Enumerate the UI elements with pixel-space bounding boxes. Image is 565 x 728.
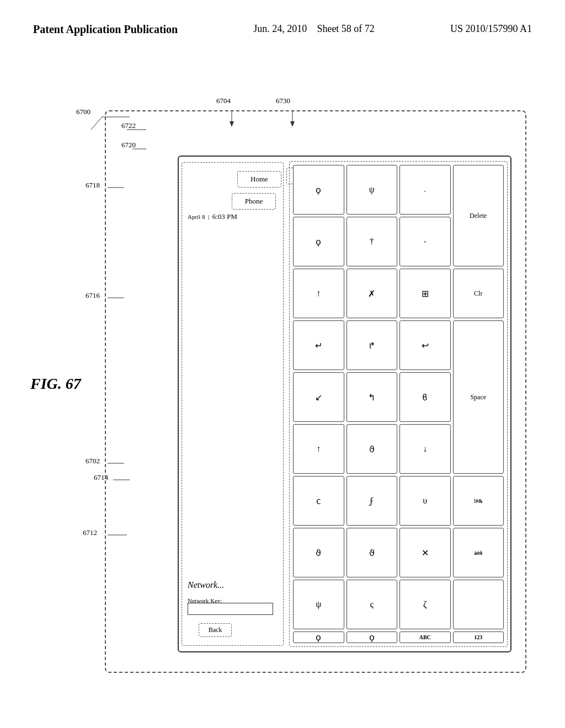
- key-p[interactable]: ↩: [399, 320, 451, 370]
- key-b[interactable]: ϐ: [399, 372, 451, 422]
- key-placeholder9: [453, 580, 504, 629]
- key-a[interactable]: ϙ: [293, 217, 344, 266]
- label-6716: 6716: [86, 291, 100, 300]
- key-g[interactable]: ϑ: [347, 424, 398, 474]
- key-arrow-dl[interactable]: ↙: [293, 372, 344, 422]
- publication-number: US 2010/157990 A1: [450, 22, 532, 36]
- key-q3[interactable]: ϙ: [347, 631, 398, 643]
- label-6702: 6702: [86, 457, 100, 465]
- key-q2[interactable]: ϙ: [293, 631, 344, 643]
- key-m[interactable]: ⊞: [399, 269, 451, 318]
- label-6700: 6700: [76, 108, 90, 116]
- key-j[interactable]: ↵: [293, 320, 344, 370]
- device-outer-border: Home Phone April 8 | 6:03 PM Network... …: [105, 110, 526, 673]
- key-clr[interactable]: Clr: [453, 269, 504, 318]
- key-dot[interactable]: .: [399, 165, 451, 215]
- key-d[interactable]: ϑ: [347, 528, 398, 577]
- publication-title: Patent Application Publication: [33, 22, 178, 36]
- network-display: Network...: [188, 580, 224, 590]
- key-s[interactable]: ς: [347, 580, 398, 629]
- publication-date-sheet: Jun. 24, 2010 Sheet 58 of 72: [253, 22, 375, 36]
- key-123[interactable]: 123: [453, 631, 504, 643]
- key-w2[interactable]: ψ: [293, 580, 344, 629]
- label-6704: 6704: [216, 97, 231, 105]
- key-c[interactable]: ϲ: [293, 476, 344, 526]
- key-w[interactable]: ψ: [347, 165, 398, 215]
- key-v[interactable]: ϑ: [293, 528, 344, 577]
- diagram-area: 6700 6722 6720 6718 6716 6702 6714 6712 …: [44, 77, 532, 684]
- svg-line-1: [91, 117, 102, 130]
- key-arrow-x[interactable]: ✗: [347, 269, 398, 318]
- label-6712: 6712: [83, 528, 97, 537]
- label-6730: 6730: [276, 97, 290, 105]
- time-display: April 8 | 6:03 PM: [188, 212, 237, 221]
- key-u[interactable]: υ: [399, 476, 451, 526]
- label-6718: 6718: [86, 181, 100, 190]
- key-q[interactable]: ϙ: [293, 165, 344, 215]
- key-space[interactable]: Space: [453, 320, 504, 474]
- key-f[interactable]: ϝ: [347, 476, 398, 526]
- device-screen: Home Phone April 8 | 6:03 PM Network... …: [178, 156, 511, 652]
- key-z[interactable]: ζ: [399, 580, 451, 629]
- key-arrow-r[interactable]: ↱: [347, 320, 398, 370]
- key-abc[interactable]: ABC: [399, 631, 451, 643]
- key-arrow-ul[interactable]: ↑: [293, 269, 344, 318]
- key-t[interactable]: †: [347, 217, 398, 266]
- key-arrow-d2[interactable]: ↓: [399, 424, 451, 474]
- key-dash[interactable]: -: [399, 217, 451, 266]
- key-special-symbols[interactable]: !#&: [453, 476, 504, 526]
- network-key-field[interactable]: [188, 603, 273, 615]
- key-x[interactable]: ✕: [399, 528, 451, 577]
- phone-button[interactable]: Phone: [232, 193, 276, 210]
- key-accents[interactable]: áéñ: [453, 528, 504, 577]
- keyboard-area: ϙ ψ . Delete ϙ † - ↑ ✗ ⊞ Clr ↵ ↱ ↩ Space: [289, 161, 508, 647]
- key-arrow-u2[interactable]: ↑: [293, 424, 344, 474]
- key-arrow-l[interactable]: ↰: [347, 372, 398, 422]
- home-button[interactable]: Home: [237, 171, 281, 188]
- back-button[interactable]: Back: [199, 623, 232, 637]
- key-delete[interactable]: Delete: [453, 165, 504, 266]
- left-panel: Home Phone April 8 | 6:03 PM Network... …: [182, 162, 284, 646]
